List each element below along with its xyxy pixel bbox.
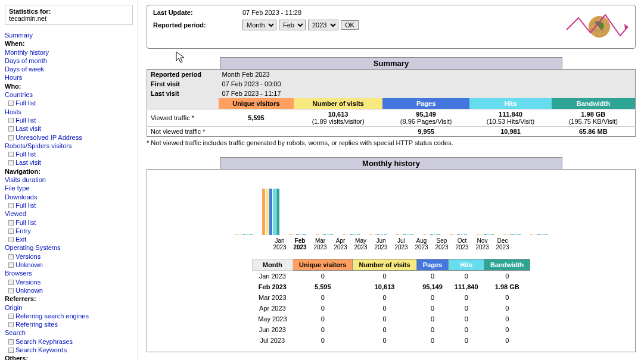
reported-period-label: Reported period:: [153, 21, 242, 29]
nav-viewed[interactable]: Viewed: [5, 209, 133, 218]
nav-robots-last[interactable]: Last visit: [5, 158, 133, 167]
nav-hosts[interactable]: Hosts: [5, 108, 133, 116]
chart-month-col: [530, 187, 547, 235]
monthly-row: Jun 202300000: [252, 324, 530, 335]
nav-viewed-entry[interactable]: Entry: [5, 227, 133, 235]
monthly-row: Feb 20235,59510,61395,149111,8401.98 GB: [252, 281, 530, 292]
nav-referrers-header: Referrers:: [5, 295, 133, 303]
monthly-chart: [151, 176, 631, 235]
nav-origin-se[interactable]: Referring search engines: [5, 312, 133, 320]
awstats-logo: [564, 9, 629, 45]
nav-hosts-full[interactable]: Full list: [5, 116, 133, 124]
nav-viewed-full[interactable]: Full list: [5, 218, 133, 227]
nav-hours[interactable]: Hours: [5, 73, 133, 82]
chart-month-col: [289, 187, 306, 235]
nav: Summary When: Monthly history Days of mo…: [5, 31, 133, 360]
chart-month-col: [343, 187, 360, 235]
nav-search[interactable]: Search: [5, 328, 133, 337]
month-select[interactable]: Feb: [279, 20, 306, 30]
nav-downloads-full[interactable]: Full list: [5, 201, 133, 209]
summary-table: Reported periodMonth Feb 2023 First visi…: [147, 69, 636, 137]
chart-month-col: [262, 187, 279, 235]
nav-hosts-unresolved[interactable]: Unresolved IP Address: [5, 133, 133, 142]
nav-monthly[interactable]: Monthly history: [5, 48, 133, 57]
chart-month-label: May2023: [353, 237, 369, 251]
nav-viewed-exit[interactable]: Exit: [5, 235, 133, 243]
viewed-traffic-label: Viewed traffic *: [147, 109, 219, 127]
notviewed-traffic-label: Not viewed traffic *: [147, 127, 219, 137]
chart-month-col: [396, 187, 413, 235]
chart-month-col: [235, 187, 253, 235]
chart-month-label: Oct2023: [454, 237, 471, 251]
monthly-box: Jan2023Feb2023Mar2023Apr2023May2023Jun20…: [147, 169, 636, 352]
nav-os[interactable]: Operating Systems: [5, 243, 133, 252]
nav-when-header: When:: [5, 39, 133, 48]
sidebar: Statistics for: tecadmin.net Summary Whe…: [0, 0, 138, 360]
chart-month-col: [316, 187, 333, 235]
nav-origin[interactable]: Origin: [5, 303, 133, 312]
ok-button[interactable]: OK: [341, 20, 359, 30]
nav-robots-full[interactable]: Full list: [5, 150, 133, 158]
main-content: Last Update: 07 Feb 2023 - 11:28 Reporte…: [138, 0, 644, 360]
nav-navigation-header: Navigation:: [5, 167, 133, 176]
monthly-row: Mar 202300000: [252, 292, 530, 303]
nav-who-header: Who:: [5, 82, 133, 90]
stats-for-box: Statistics for: tecadmin.net: [5, 5, 133, 25]
nav-browsers-versions[interactable]: Versions: [5, 278, 133, 286]
nav-robots[interactable]: Robots/Spiders visitors: [5, 142, 133, 150]
nav-search-phrases[interactable]: Search Keyphrases: [5, 337, 133, 346]
chart-month-label: Apr2023: [332, 237, 349, 251]
nav-summary[interactable]: Summary: [5, 31, 133, 39]
stats-for-label: Statistics for:: [9, 8, 129, 15]
nav-os-unknown[interactable]: Unknown: [5, 261, 133, 269]
stats-for-site: tecadmin.net: [9, 15, 129, 22]
nav-search-words[interactable]: Search Keywords: [5, 346, 133, 354]
chart-month-label: Jul2023: [393, 237, 410, 251]
nav-visits-duration[interactable]: Visits duration: [5, 176, 133, 184]
chart-month-col: [450, 187, 467, 235]
chart-month-col: [503, 187, 521, 235]
chart-month-col: [477, 187, 494, 235]
year-select[interactable]: 2023: [308, 20, 338, 30]
monthly-row: Jul 202300000: [252, 335, 530, 346]
chart-month-label: Dec2023: [494, 237, 511, 251]
monthly-chart-labels: Jan2023Feb2023Mar2023Apr2023May2023Jun20…: [151, 237, 631, 251]
monthly-table: Month Unique visitors Number of visits P…: [252, 259, 531, 346]
period-type-select[interactable]: Month: [242, 20, 276, 30]
nav-days-month[interactable]: Days of month: [5, 57, 133, 65]
nav-file-type[interactable]: File type: [5, 184, 133, 192]
nav-browsers[interactable]: Browsers: [5, 269, 133, 277]
nav-os-versions[interactable]: Versions: [5, 252, 133, 261]
chart-month-label: Aug2023: [413, 237, 430, 251]
nav-countries[interactable]: Countries: [5, 90, 133, 99]
nav-downloads[interactable]: Downloads: [5, 193, 133, 201]
chart-month-label: Sep2023: [434, 237, 450, 251]
chart-month-label: Mar2023: [312, 237, 329, 251]
chart-month-label: Jun2023: [373, 237, 390, 251]
monthly-row: May 202300000: [252, 314, 530, 324]
monthly-row: Apr 202300000: [252, 303, 530, 314]
nav-origin-sites[interactable]: Referring sites: [5, 320, 133, 328]
chart-month-label: Nov2023: [474, 237, 491, 251]
nav-hosts-last[interactable]: Last visit: [5, 124, 133, 133]
nav-others-header: Others:: [5, 354, 133, 360]
chart-month-label: Feb2023: [292, 237, 309, 251]
last-update-label: Last Update:: [153, 9, 242, 16]
nav-days-week[interactable]: Days of week: [5, 65, 133, 73]
nav-browsers-unknown[interactable]: Unknown: [5, 286, 133, 295]
nav-countries-full[interactable]: Full list: [5, 99, 133, 107]
monthly-header: Monthly history: [220, 157, 562, 169]
monthly-row: Jan 202300000: [252, 271, 530, 282]
summary-header: Summary: [220, 57, 562, 69]
chart-month-col: [369, 187, 387, 235]
top-panel: Last Update: 07 Feb 2023 - 11:28 Reporte…: [147, 5, 636, 49]
summary-note: * Not viewed traffic includes traffic ge…: [147, 139, 636, 146]
last-update-value: 07 Feb 2023 - 11:28: [242, 9, 301, 16]
chart-month-label: Jan2023: [272, 237, 288, 251]
chart-month-col: [423, 187, 440, 235]
